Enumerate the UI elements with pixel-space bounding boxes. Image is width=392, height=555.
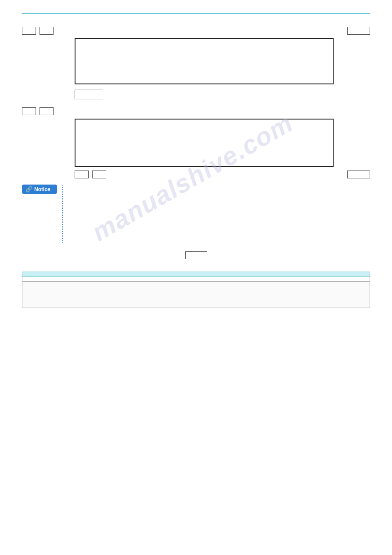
top-divider — [22, 13, 370, 14]
section1-box2 — [40, 27, 54, 35]
table-header-row — [22, 272, 370, 277]
page: manualshive.com 🔗 Notice — [0, 0, 392, 555]
section2-row2-box1 — [75, 170, 89, 178]
table-cell — [196, 277, 370, 282]
table-row — [22, 277, 370, 282]
section2-box1 — [22, 107, 36, 115]
notice-badge: 🔗 Notice — [22, 185, 57, 194]
table-header-col1 — [22, 272, 196, 277]
section2-box2 — [40, 107, 54, 115]
table-cell — [196, 282, 370, 308]
section2-textarea — [75, 119, 334, 167]
section2-row2 — [75, 170, 370, 178]
section2-row2-box-right — [347, 170, 370, 178]
bottom-box-wrapper — [22, 251, 370, 259]
notice-label: Notice — [34, 186, 50, 192]
data-table — [22, 272, 370, 308]
table-cell — [22, 282, 196, 308]
section1-box-right — [347, 27, 370, 35]
section1-box1 — [22, 27, 36, 35]
section1-textarea — [75, 38, 334, 84]
notice-content — [68, 185, 370, 242]
section1-sub-button[interactable] — [75, 90, 103, 99]
table-row — [22, 282, 370, 308]
section1-row1 — [22, 27, 370, 35]
notice-section: 🔗 Notice — [22, 185, 370, 243]
bottom-small-box — [185, 251, 207, 259]
section-2 — [22, 107, 370, 178]
pin-icon: 🔗 — [25, 186, 32, 192]
table-cell — [22, 277, 196, 282]
table-header-col2 — [196, 272, 370, 277]
notice-dotted-divider — [62, 185, 63, 243]
section2-row1 — [22, 107, 370, 115]
section2-row2-box2 — [92, 170, 106, 178]
section-1 — [22, 27, 370, 99]
